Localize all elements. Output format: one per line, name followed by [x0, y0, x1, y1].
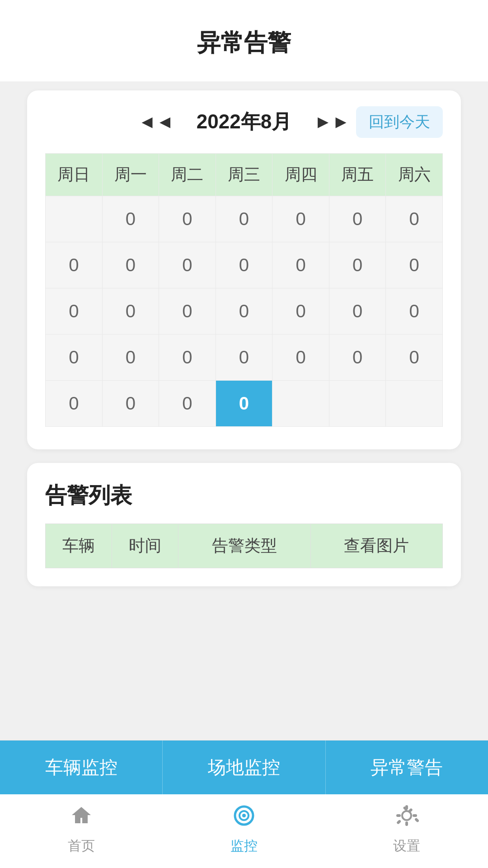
calendar-cell[interactable]: 0 [386, 288, 443, 335]
calendar-row-5: 0 0 0 0 [46, 381, 443, 427]
svg-point-2 [242, 814, 246, 817]
calendar-cell[interactable]: 0 [272, 335, 329, 381]
tab-site-monitoring[interactable]: 场地监控 [163, 741, 325, 794]
today-button[interactable]: 回到今天 [356, 106, 443, 138]
calendar-next-btn[interactable]: ►► [300, 112, 363, 132]
calendar-cell[interactable]: 0 [386, 335, 443, 381]
calendar-cell[interactable]: 0 [386, 196, 443, 242]
settings-icon [394, 803, 419, 833]
home-icon [69, 803, 94, 833]
alert-list-title: 告警列表 [45, 481, 443, 510]
calendar-cell[interactable]: 0 [216, 288, 272, 335]
nav-label-home: 首页 [68, 837, 95, 855]
tab-vehicle-monitoring[interactable]: 车辆监控 [0, 741, 163, 794]
alert-table: 车辆 时间 告警类型 查看图片 [45, 524, 443, 568]
tab-abnormal-alert[interactable]: 异常警告 [326, 741, 488, 794]
alert-col-vehicle: 车辆 [46, 524, 112, 568]
svg-rect-9 [396, 820, 401, 825]
calendar-month-title: 2022年8月 [197, 108, 291, 135]
alert-list-card: 告警列表 车辆 时间 告警类型 查看图片 [27, 463, 461, 586]
calendar-cell[interactable]: 0 [216, 242, 272, 288]
calendar-cell [386, 381, 443, 427]
weekday-sun: 周日 [46, 154, 103, 196]
calendar-cell[interactable]: 0 [272, 242, 329, 288]
weekday-sat: 周六 [386, 154, 443, 196]
calendar-header: ◄◄ 2022年8月 ►► 回到今天 [45, 108, 443, 135]
page-title: 异常告警 [0, 0, 488, 81]
calendar-cell[interactable]: 0 [272, 288, 329, 335]
calendar-cell[interactable]: 0 [46, 288, 103, 335]
svg-rect-7 [396, 814, 401, 817]
tab-buttons-row: 车辆监控 场地监控 异常警告 [0, 741, 488, 794]
calendar-row-2: 0 0 0 0 0 0 0 [46, 242, 443, 288]
alert-col-type: 告警类型 [178, 524, 310, 568]
calendar-cell [272, 381, 329, 427]
calendar-row-1: 0 0 0 0 0 0 [46, 196, 443, 242]
calendar-cell[interactable]: 0 [216, 335, 272, 381]
calendar-cell[interactable]: 0 [159, 381, 216, 427]
calendar-cell[interactable]: 0 [102, 242, 159, 288]
calendar-cell[interactable]: 0 [102, 288, 159, 335]
calendar-cell[interactable]: 0 [46, 335, 103, 381]
main-content: ◄◄ 2022年8月 ►► 回到今天 周日 周一 周二 周三 周四 周五 周六 [0, 81, 488, 604]
monitor-icon [232, 803, 256, 833]
nav-item-settings[interactable]: 设置 [325, 794, 488, 868]
svg-rect-6 [413, 814, 417, 817]
calendar-cell[interactable]: 0 [102, 335, 159, 381]
calendar-cell[interactable]: 0 [272, 196, 329, 242]
svg-rect-5 [405, 821, 408, 826]
calendar-cell[interactable]: 0 [329, 288, 386, 335]
calendar-cell[interactable]: 0 [102, 381, 159, 427]
calendar-cell[interactable] [46, 196, 103, 242]
nav-bar: 首页 监控 [0, 794, 488, 868]
weekday-header-row: 周日 周一 周二 周三 周四 周五 周六 [46, 154, 443, 196]
calendar-cell[interactable]: 0 [329, 196, 386, 242]
alert-col-time: 时间 [112, 524, 178, 568]
calendar-cell[interactable]: 0 [102, 196, 159, 242]
calendar-cell [329, 381, 386, 427]
calendar-cell[interactable]: 0 [386, 242, 443, 288]
calendar-cell[interactable]: 0 [159, 242, 216, 288]
calendar-card: ◄◄ 2022年8月 ►► 回到今天 周日 周一 周二 周三 周四 周五 周六 [27, 90, 461, 449]
calendar-grid: 周日 周一 周二 周三 周四 周五 周六 0 0 0 0 0 [45, 153, 443, 427]
svg-rect-10 [414, 817, 419, 822]
alert-col-image: 查看图片 [310, 524, 442, 568]
calendar-cell[interactable]: 0 [216, 196, 272, 242]
weekday-fri: 周五 [329, 154, 386, 196]
weekday-wed: 周三 [216, 154, 272, 196]
calendar-cell[interactable]: 0 [46, 381, 103, 427]
calendar-body: 0 0 0 0 0 0 0 0 0 0 0 0 0 [46, 196, 443, 427]
alert-table-header-row: 车辆 时间 告警类型 查看图片 [46, 524, 443, 568]
calendar-cell[interactable]: 0 [329, 242, 386, 288]
nav-item-monitor[interactable]: 监控 [163, 794, 325, 868]
calendar-cell[interactable]: 0 [159, 288, 216, 335]
calendar-cell[interactable]: 0 [46, 242, 103, 288]
calendar-cell[interactable]: 0 [329, 335, 386, 381]
calendar-prev-btn[interactable]: ◄◄ [125, 112, 188, 132]
weekday-mon: 周一 [102, 154, 159, 196]
nav-item-home[interactable]: 首页 [0, 794, 163, 868]
nav-label-monitor: 监控 [230, 837, 258, 855]
weekday-thu: 周四 [272, 154, 329, 196]
calendar-cell[interactable]: 0 [159, 196, 216, 242]
nav-label-settings: 设置 [393, 837, 420, 855]
calendar-row-4: 0 0 0 0 0 0 0 [46, 335, 443, 381]
calendar-cell-active[interactable]: 0 [216, 381, 272, 427]
weekday-tue: 周二 [159, 154, 216, 196]
calendar-cell[interactable]: 0 [159, 335, 216, 381]
bottom-navigation: 车辆监控 场地监控 异常警告 首页 监控 [0, 740, 488, 868]
calendar-row-3: 0 0 0 0 0 0 0 [46, 288, 443, 335]
